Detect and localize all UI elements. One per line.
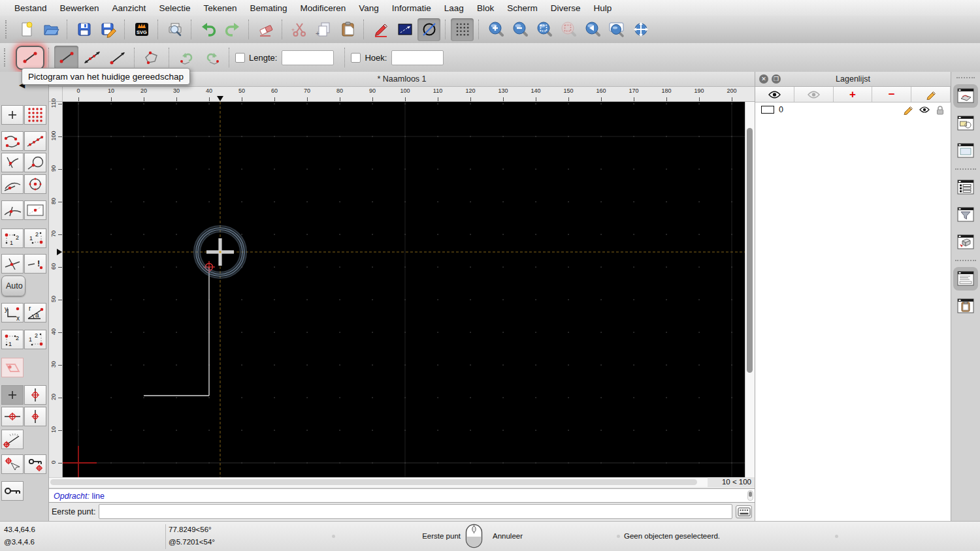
redo-button[interactable] — [221, 18, 244, 41]
circle-slash-button[interactable] — [417, 18, 440, 41]
library-browser-panel-button[interactable] — [953, 230, 978, 254]
save-as-button[interactable] — [97, 18, 120, 41]
menu-selectie[interactable]: Selectie — [152, 3, 197, 13]
snap-on-entity-button[interactable] — [24, 131, 46, 151]
menu-bewerken[interactable]: Bewerken — [54, 3, 106, 13]
snap-perpendicular-button[interactable] — [1, 200, 24, 220]
angle-input[interactable] — [391, 50, 444, 65]
zoom-out-button[interactable] — [508, 18, 531, 41]
copy-button[interactable]: + — [312, 18, 335, 41]
layer-row[interactable]: 0 — [755, 102, 951, 117]
restrict-vertical-button[interactable] — [24, 407, 46, 426]
layer-lock-icon[interactable] — [936, 105, 945, 115]
menu-scherm[interactable]: Scherm — [500, 3, 544, 13]
length-checkbox[interactable] — [235, 53, 245, 63]
snap-distance-2-button[interactable]: 12 — [24, 228, 46, 248]
restrict-horizontal-button[interactable] — [1, 407, 24, 426]
lock-relative-zero-button[interactable] — [24, 454, 46, 474]
snap-entity-button[interactable] — [24, 153, 46, 172]
keyboard-toggle-button[interactable] — [736, 505, 752, 518]
history-scrollbar[interactable] — [747, 490, 753, 501]
auto-snap-button[interactable]: Auto — [1, 276, 25, 296]
grid-toggle-button[interactable] — [451, 18, 474, 41]
draw-pencil-button[interactable] — [369, 18, 392, 41]
line-tool-button[interactable] — [393, 18, 416, 41]
restrict-none-button[interactable] — [1, 385, 24, 405]
horizontal-scrollbar[interactable] — [49, 477, 708, 487]
add-layer-button[interactable]: + — [834, 87, 873, 102]
length-input[interactable] — [282, 50, 334, 65]
segment-redo-button[interactable] — [200, 46, 224, 69]
snap-distance-1-button[interactable]: 12 — [1, 228, 24, 248]
command-input[interactable] — [99, 504, 732, 519]
menu-vang[interactable]: Vang — [352, 3, 385, 13]
set-relative-zero-button[interactable] — [1, 454, 24, 474]
snap-intersection-manual-button[interactable] — [1, 254, 24, 274]
selection-filter-panel-button[interactable] — [953, 203, 978, 227]
menu-modificeren[interactable]: Modificeren — [294, 3, 353, 13]
pan-button[interactable] — [629, 18, 652, 41]
float-panel-icon[interactable]: ❐ — [772, 74, 781, 84]
eraser-button[interactable] — [254, 18, 277, 41]
cut-button[interactable]: + — [287, 18, 310, 41]
zoom-window-button[interactable] — [605, 18, 628, 41]
undo-button[interactable] — [197, 18, 220, 41]
close-icon[interactable]: ✕ — [759, 74, 768, 84]
edit-layer-button[interactable] — [911, 87, 951, 102]
layer-color-swatch[interactable] — [761, 106, 774, 114]
svg-export-button[interactable]: SVG — [130, 18, 153, 41]
coord-polar-button[interactable]: ra — [24, 303, 46, 323]
menu-tekenen[interactable]: Tekenen — [197, 3, 243, 13]
snap-exclude-button[interactable]: ! — [24, 254, 46, 274]
edit-layer-icon[interactable] — [903, 104, 913, 115]
hide-all-eye-button[interactable] — [794, 87, 834, 102]
restrict-nothing-button[interactable] — [1, 358, 24, 377]
remove-layer-button[interactable]: − — [872, 87, 911, 102]
menu-informatie[interactable]: Informatie — [385, 3, 438, 13]
horizontal-scrollbar-thumb[interactable] — [50, 479, 697, 485]
toolbar-drag-handle[interactable] — [4, 48, 8, 67]
layer-visible-icon[interactable] — [919, 106, 930, 113]
restrict-orthogonal-button[interactable] — [24, 385, 46, 405]
menu-blok[interactable]: Blok — [470, 3, 500, 13]
drawing-canvas[interactable] — [63, 102, 745, 477]
xline-button[interactable] — [80, 46, 104, 69]
view-list-panel-button[interactable] — [953, 139, 978, 163]
zoom-auto-button[interactable] — [532, 18, 555, 41]
coord-relative-2-button[interactable]: 12 — [24, 330, 46, 349]
snap-center-button[interactable] — [24, 174, 46, 194]
line-2p-button[interactable] — [54, 46, 78, 69]
segment-undo-button[interactable] — [174, 46, 199, 69]
view-previous-button[interactable] — [581, 18, 604, 41]
paste-button[interactable] — [336, 18, 359, 41]
vertical-scrollbar-thumb[interactable] — [747, 128, 753, 373]
print-preview-button[interactable] — [163, 18, 186, 41]
restrict-angle-button[interactable] — [1, 430, 24, 449]
open-folder-button[interactable] — [39, 18, 62, 41]
menu-aanzicht[interactable]: Aanzicht — [106, 3, 153, 13]
unlock-zero-button[interactable] — [1, 481, 24, 501]
angle-checkbox[interactable] — [351, 53, 361, 63]
save-button[interactable] — [73, 18, 95, 41]
ray-button[interactable] — [105, 46, 129, 69]
zoom-in-button[interactable] — [484, 18, 507, 41]
toolbar-drag-handle[interactable] — [5, 20, 9, 39]
command-line-panel-button[interactable] — [953, 267, 978, 291]
clipboard-panel-button[interactable] — [953, 294, 978, 318]
vertical-scrollbar[interactable] — [745, 102, 755, 477]
menu-laag[interactable]: Laag — [438, 3, 470, 13]
menu-bestand[interactable]: Bestand — [8, 3, 54, 13]
menu-hulp[interactable]: Hulp — [587, 3, 618, 13]
history-scrollbar-thumb[interactable] — [749, 492, 752, 497]
dock-drag-handle[interactable] — [956, 77, 975, 78]
menu-diverse[interactable]: Diverse — [544, 3, 587, 13]
snap-grid-button[interactable] — [24, 105, 46, 125]
property-editor-panel-button[interactable] — [953, 176, 978, 199]
current-tool-button[interactable] — [16, 46, 44, 70]
snap-reference-button[interactable] — [24, 200, 46, 220]
layer-list-panel-button[interactable] — [953, 84, 978, 108]
zoom-selection-button[interactable] — [557, 18, 580, 41]
polyline-button[interactable] — [140, 46, 164, 69]
block-list-panel-button[interactable] — [953, 112, 978, 135]
snap-free-button[interactable] — [1, 105, 24, 125]
